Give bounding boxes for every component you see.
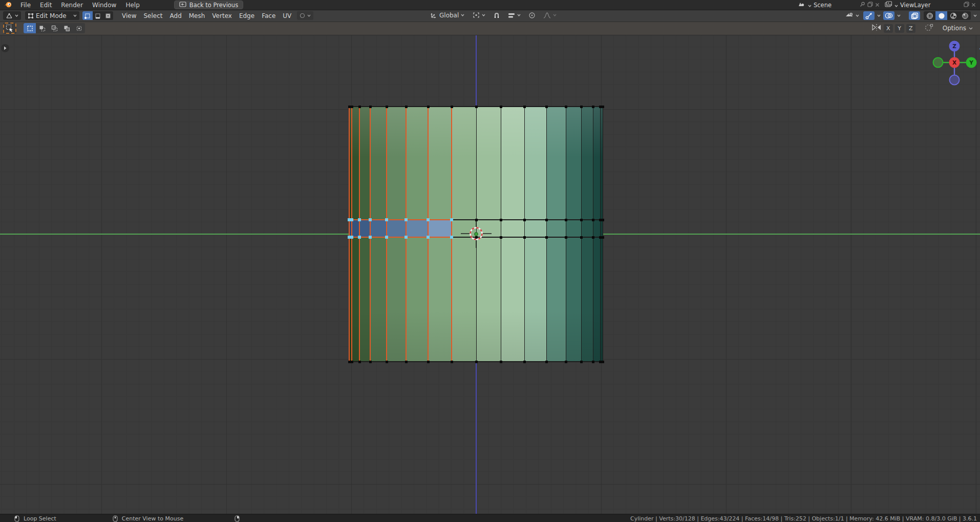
- vertex[interactable]: [351, 106, 353, 108]
- vertex[interactable]: [451, 361, 453, 363]
- selected-edge-vertical[interactable]: [370, 107, 371, 362]
- transform-orientation-dropdown[interactable]: Global: [428, 11, 467, 19]
- vertex[interactable]: [369, 106, 372, 108]
- vertex[interactable]: [358, 361, 361, 363]
- vertex-selected[interactable]: [358, 236, 361, 239]
- edge-vertical[interactable]: [501, 107, 501, 362]
- menu-file[interactable]: File: [16, 0, 35, 10]
- selected-face[interactable]: [352, 220, 359, 237]
- vertex[interactable]: [580, 361, 583, 363]
- vertex[interactable]: [602, 236, 604, 239]
- vertex[interactable]: [500, 236, 502, 239]
- snap-toggle[interactable]: [491, 11, 502, 19]
- overlays-dropdown[interactable]: [896, 11, 902, 20]
- menu-mesh[interactable]: Mesh: [185, 12, 209, 19]
- vertex[interactable]: [545, 219, 548, 221]
- vertex[interactable]: [592, 236, 594, 239]
- vertex-selected[interactable]: [385, 236, 388, 239]
- vertex[interactable]: [351, 361, 353, 363]
- xray-toggle[interactable]: [909, 11, 920, 20]
- proportional-falloff-dropdown[interactable]: [541, 11, 559, 19]
- vertex[interactable]: [451, 106, 453, 108]
- close-layer-icon[interactable]: [971, 2, 976, 9]
- close-scene-icon[interactable]: [875, 2, 880, 9]
- vertex[interactable]: [602, 219, 604, 221]
- select-set-button[interactable]: [24, 23, 36, 33]
- vertex[interactable]: [565, 236, 567, 239]
- blender-logo-icon[interactable]: [0, 1, 16, 9]
- mode-dropdown[interactable]: Edit Mode: [25, 11, 79, 20]
- new-layer-icon[interactable]: [964, 2, 969, 9]
- vertex[interactable]: [602, 361, 604, 363]
- vertex-selected[interactable]: [358, 218, 361, 221]
- view-layer-name[interactable]: ViewLayer: [900, 2, 962, 9]
- cylinder-mesh[interactable]: [0, 35, 980, 514]
- vertex[interactable]: [580, 219, 583, 221]
- gizmo-dropdown[interactable]: [876, 11, 882, 20]
- menu-edit[interactable]: Edit: [35, 0, 56, 10]
- vertex[interactable]: [500, 106, 502, 108]
- vertex-selected[interactable]: [369, 218, 372, 221]
- cylinder-face-column[interactable]: [501, 107, 524, 362]
- vertex-selected[interactable]: [450, 218, 453, 221]
- selected-edge-vertical[interactable]: [451, 107, 452, 362]
- editor-type-button[interactable]: [3, 11, 21, 20]
- toolbar-expand-arrow[interactable]: [1, 44, 9, 52]
- proportional-edit-dropdown[interactable]: [297, 11, 313, 20]
- vertex-selected[interactable]: [427, 236, 430, 239]
- selected-edge-horizontal[interactable]: [349, 219, 452, 220]
- menu-vertex[interactable]: Vertex: [208, 12, 236, 19]
- vertex[interactable]: [523, 361, 526, 363]
- selected-face[interactable]: [359, 220, 370, 237]
- edge-vertical[interactable]: [600, 107, 601, 362]
- selected-face[interactable]: [370, 220, 387, 237]
- cylinder-face-column[interactable]: [581, 107, 593, 362]
- menu-add[interactable]: Add: [166, 12, 185, 19]
- selected-edge-vertical[interactable]: [351, 107, 352, 362]
- vertex[interactable]: [592, 219, 594, 221]
- selected-face[interactable]: [406, 220, 428, 237]
- pivot-point-dropdown[interactable]: [470, 11, 488, 19]
- show-overlays-toggle[interactable]: [883, 11, 894, 20]
- cylinder-face-column[interactable]: [566, 107, 581, 362]
- mirror-z-toggle[interactable]: Z: [906, 24, 915, 33]
- vertex[interactable]: [523, 236, 526, 239]
- chevron-down-icon[interactable]: [808, 2, 812, 9]
- selected-face[interactable]: [387, 220, 406, 237]
- view-layer-icon[interactable]: [885, 1, 892, 9]
- scene-name[interactable]: Scene: [814, 2, 858, 9]
- vertex[interactable]: [545, 361, 548, 363]
- navigation-gizmo[interactable]: Z Y X: [931, 39, 977, 86]
- vertex[interactable]: [545, 106, 548, 108]
- edge-vertical[interactable]: [524, 107, 525, 362]
- vertex[interactable]: [358, 106, 361, 108]
- vertex[interactable]: [592, 106, 594, 108]
- vertex-selected[interactable]: [369, 236, 372, 239]
- vertex[interactable]: [523, 219, 526, 221]
- pin-icon[interactable]: [860, 2, 865, 9]
- vertex[interactable]: [405, 106, 408, 108]
- vertex[interactable]: [580, 236, 583, 239]
- cylinder-face-column[interactable]: [524, 107, 546, 362]
- face-select-button[interactable]: [103, 11, 113, 20]
- vertex[interactable]: [580, 106, 583, 108]
- wireframe-shading-button[interactable]: [924, 11, 935, 20]
- vertex[interactable]: [427, 361, 430, 363]
- tool-options-dropdown[interactable]: Options: [941, 25, 975, 32]
- menu-help[interactable]: Help: [121, 0, 144, 10]
- vertex[interactable]: [545, 236, 548, 239]
- active-tool-select-box-button[interactable]: [3, 23, 16, 34]
- back-to-previous-button[interactable]: Back to Previous: [174, 1, 243, 9]
- vertex[interactable]: [369, 361, 372, 363]
- vertex[interactable]: [602, 106, 604, 108]
- selected-edge-vertical[interactable]: [349, 107, 350, 362]
- menu-window[interactable]: Window: [88, 0, 121, 10]
- gizmo-y-neg-axis[interactable]: [933, 58, 943, 68]
- vertex-selected[interactable]: [350, 218, 353, 221]
- vertex[interactable]: [405, 361, 408, 363]
- edge-vertical[interactable]: [603, 107, 603, 362]
- cylinder-face-column[interactable]: [546, 107, 566, 362]
- mirror-x-toggle[interactable]: X: [884, 24, 893, 33]
- edge-vertical[interactable]: [581, 107, 582, 362]
- edge-vertical[interactable]: [566, 107, 566, 362]
